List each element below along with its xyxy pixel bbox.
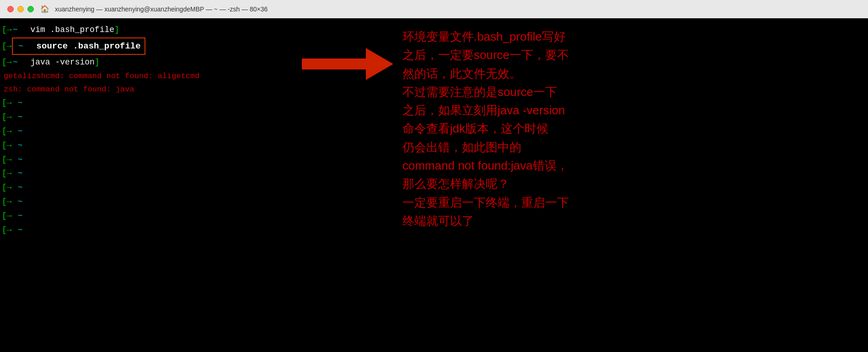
prompt-tilde: ~ [13, 125, 23, 138]
home-icon: 🏠 [40, 5, 49, 14]
list-item: [→ ~ [0, 223, 302, 237]
command-text: java -version [21, 56, 95, 69]
prompt-arrow: [→ [2, 56, 11, 69]
close-button[interactable] [7, 6, 14, 12]
prompt-arrow: [→ [2, 40, 11, 53]
prompt-arrow: [→ [2, 139, 11, 152]
prompt-arrow: [→ [2, 153, 11, 166]
list-item: [→ ~ source .bash_profile [0, 37, 302, 55]
svg-marker-1 [366, 48, 393, 80]
list-item: [→ ~ [0, 139, 302, 153]
prompt-tilde: ~ [13, 195, 23, 208]
prompt-tilde: ~ [13, 96, 23, 110]
command-text: vim .bash_profile [21, 23, 114, 37]
maximize-button[interactable] [27, 6, 34, 12]
list-item: [→ ~ [0, 96, 302, 110]
list-item: [→ ~ [0, 195, 302, 209]
list-item: [→ ~ [0, 166, 302, 181]
prompt-tilde: ~ [13, 224, 23, 237]
titlebar-text: xuanzhenying — xuanzhenying@xuanzheingde… [55, 5, 268, 13]
prompt-tilde: ~ [13, 139, 23, 152]
error-line: getalizshcmd: command not found: aligetc… [0, 69, 302, 83]
prompt-tilde: ~ [13, 153, 23, 166]
svg-rect-0 [302, 59, 370, 69]
bracket-close: ] [95, 56, 100, 69]
prompt-arrow: [→ [2, 125, 11, 138]
annotation-text: 环境变量文件.bash_profile写好 之后，一定要source一下，要不 … [402, 27, 569, 230]
list-item: [→ ~ [0, 110, 302, 124]
prompt-tilde: ~ [13, 209, 23, 223]
terminal-window: 🏠 xuanzhenying — xuanzhenying@xuanzheing… [0, 0, 868, 352]
list-item: [→ ~ [0, 181, 302, 195]
list-item: [→ ~ [0, 209, 302, 223]
prompt-arrow: [→ [2, 167, 11, 180]
bracket-close: ] [114, 23, 119, 37]
minimize-button[interactable] [17, 6, 24, 12]
prompt-tilde: ~ [13, 23, 18, 37]
list-item: [→ ~ [0, 124, 302, 139]
error-line: zsh: command not found: java [0, 83, 302, 96]
prompt-tilde: ~ [13, 111, 23, 124]
prompt-tilde: ~ [18, 40, 23, 53]
titlebar: 🏠 xuanzhenying — xuanzhenying@xuanzheing… [0, 0, 868, 18]
annotation-panel: 环境变量文件.bash_profile写好 之后，一定要source一下，要不 … [393, 18, 868, 352]
prompt-tilde: ~ [13, 167, 23, 180]
prompt-arrow: [→ [2, 96, 11, 110]
arrow-area [302, 18, 393, 352]
list-item: [→ ~ java -version ] [0, 55, 302, 69]
prompt-arrow: [→ [2, 209, 11, 223]
prompt-tilde: ~ [13, 56, 18, 69]
terminal-panel[interactable]: [→ ~ vim .bash_profile ] [→ ~ source .ba… [0, 18, 302, 352]
prompt-arrow: [→ [2, 195, 11, 208]
prompt-arrow: [→ [2, 181, 11, 194]
prompt-tilde: ~ [13, 181, 23, 194]
highlighted-command: source .bash_profile [26, 39, 141, 53]
content-area: [→ ~ vim .bash_profile ] [→ ~ source .ba… [0, 18, 868, 352]
list-item: [→ ~ [0, 153, 302, 167]
prompt-arrow: [→ [2, 23, 11, 37]
prompt-arrow: [→ [2, 224, 11, 237]
prompt-arrow: [→ [2, 111, 11, 124]
list-item: [→ ~ vim .bash_profile ] [0, 23, 302, 37]
right-arrow-icon [302, 46, 393, 82]
